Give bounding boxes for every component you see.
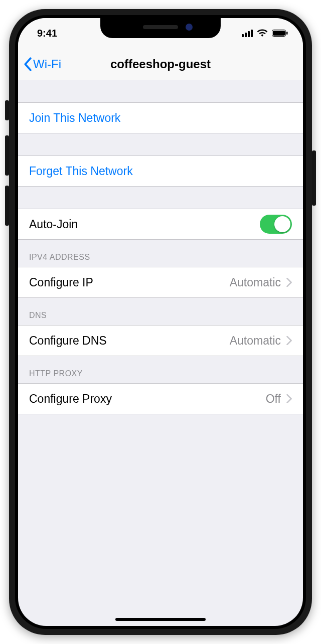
forget-network-label: Forget This Network <box>29 165 133 178</box>
dns-header: DNS <box>18 298 303 325</box>
chevron-right-icon <box>286 336 292 345</box>
wifi-icon <box>257 29 268 37</box>
configure-dns-label: Configure DNS <box>29 334 107 348</box>
back-label: Wi-Fi <box>33 57 61 71</box>
ipv4-header: IPV4 ADDRESS <box>18 240 303 267</box>
page-title: coffeeshop-guest <box>110 57 211 71</box>
forget-network-button[interactable]: Forget This Network <box>18 155 303 187</box>
configure-proxy-value: Off <box>266 392 281 406</box>
chevron-left-icon <box>23 57 32 71</box>
auto-join-toggle[interactable] <box>260 215 292 234</box>
configure-ip-row[interactable]: Configure IP Automatic <box>18 267 303 298</box>
content: Join This Network Forget This Network Au… <box>18 80 303 626</box>
chevron-right-icon <box>286 394 292 403</box>
auto-join-label: Auto-Join <box>29 218 78 231</box>
svg-rect-1 <box>273 31 285 36</box>
configure-ip-value: Automatic <box>230 276 281 289</box>
auto-join-row: Auto-Join <box>18 209 303 240</box>
configure-ip-label: Configure IP <box>29 276 93 289</box>
join-network-label: Join This Network <box>29 111 120 125</box>
join-network-button[interactable]: Join This Network <box>18 102 303 133</box>
screen: 9:41 <box>18 18 303 626</box>
back-button[interactable]: Wi-Fi <box>23 48 61 80</box>
configure-dns-row[interactable]: Configure DNS Automatic <box>18 325 303 356</box>
cellular-signal-icon <box>242 30 253 37</box>
notch <box>100 18 221 38</box>
proxy-header: HTTP PROXY <box>18 356 303 383</box>
nav-bar: Wi-Fi coffeeshop-guest <box>18 48 303 80</box>
battery-icon <box>272 30 288 37</box>
configure-proxy-row[interactable]: Configure Proxy Off <box>18 383 303 414</box>
configure-proxy-label: Configure Proxy <box>29 392 112 406</box>
configure-dns-value: Automatic <box>230 334 281 348</box>
status-time: 9:41 <box>37 28 57 39</box>
home-indicator[interactable] <box>115 618 206 621</box>
svg-rect-2 <box>286 32 288 35</box>
phone-frame: 9:41 <box>9 9 312 635</box>
chevron-right-icon <box>286 278 292 287</box>
